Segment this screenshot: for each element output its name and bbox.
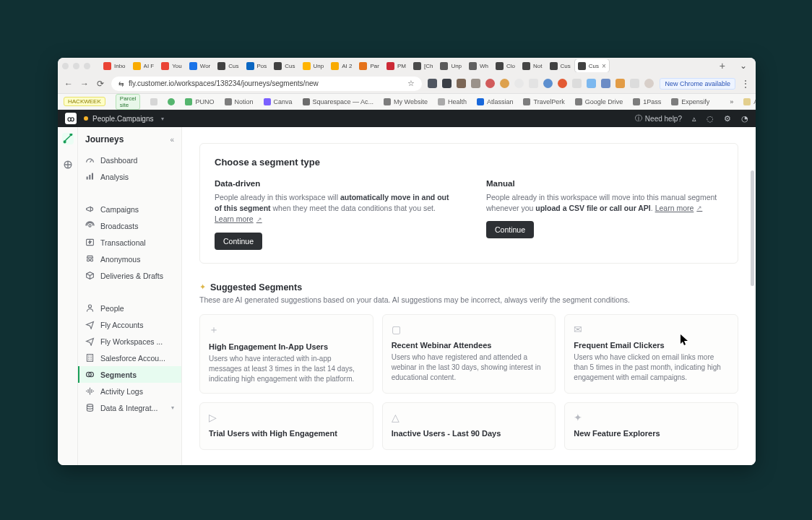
reload-button[interactable]: ⟳	[95, 79, 105, 89]
sidebar-item-segments[interactable]: Segments	[78, 366, 181, 383]
back-button[interactable]: ←	[64, 79, 74, 89]
scrollbar[interactable]	[751, 170, 754, 286]
bookmark-item[interactable]: Google Drive	[575, 98, 623, 105]
chat-icon[interactable]: ◌	[707, 114, 714, 124]
browser-tab[interactable]: Unp	[300, 59, 327, 72]
chrome-menu-button[interactable]: ⋮	[741, 79, 750, 89]
browser-tab[interactable]: Cus	[215, 59, 241, 72]
close-dot[interactable]	[62, 63, 69, 69]
extension-icon[interactable]	[529, 79, 538, 88]
tab-overflow-button[interactable]: ⌄	[735, 61, 751, 71]
sidebar-item-anonymous[interactable]: Anonymous	[78, 251, 181, 267]
bookmark-item[interactable]: Health	[438, 98, 467, 105]
sidebar-collapse-icon[interactable]: «	[170, 136, 174, 144]
extensions-menu-icon[interactable]	[630, 79, 639, 88]
bookmark-item[interactable]: PUNO	[185, 98, 214, 105]
browser-tab[interactable]: AI 2	[328, 59, 355, 72]
sidebar-item-people[interactable]: People	[78, 300, 181, 316]
extension-icon[interactable]	[514, 79, 524, 88]
suggested-tile[interactable]: ▷Trial Users with High Engagement	[199, 402, 373, 450]
bookmark-item[interactable]: Atlassian	[477, 98, 514, 105]
browser-tab[interactable]: Clo	[493, 59, 518, 72]
account-icon[interactable]: ◔	[741, 114, 748, 124]
extension-icon[interactable]	[572, 79, 582, 88]
extension-icon[interactable]	[485, 79, 495, 88]
browser-tab[interactable]: Cus×	[575, 59, 609, 72]
app-logo-icon[interactable]: ꝏ	[65, 113, 77, 124]
sidebar-item-deliveries-drafts[interactable]: Deliveries & Drafts	[78, 267, 181, 284]
notifications-icon[interactable]: ▵	[692, 114, 696, 124]
zoom-dot[interactable]	[84, 63, 90, 69]
bookmark-hackweek[interactable]: HACKWEEK	[64, 97, 105, 106]
continue-button-data-driven[interactable]: Continue	[215, 233, 262, 250]
sidebar-item-activity-logs[interactable]: Activity Logs	[78, 383, 181, 399]
extension-icon[interactable]	[616, 79, 625, 88]
bookmark-item[interactable]: My Website	[384, 98, 428, 105]
site-settings-icon[interactable]: ⇆	[118, 80, 124, 87]
browser-tab[interactable]: [Ch	[410, 59, 436, 72]
bookmarks-overflow[interactable]: »	[730, 98, 733, 105]
browser-tab[interactable]: Par	[356, 59, 381, 72]
extension-icon[interactable]	[442, 79, 452, 88]
bookmark-item[interactable]: Notion	[225, 98, 254, 105]
bookmark-item[interactable]: Expensify	[671, 98, 709, 105]
rail-other-icon[interactable]	[62, 159, 74, 170]
suggested-tile[interactable]: ＋High Engagement In-App UsersUsers who h…	[199, 314, 373, 394]
bookmark-apps[interactable]	[150, 98, 157, 105]
need-help-button[interactable]: ⓘ Need help?	[635, 113, 682, 124]
close-tab-icon[interactable]: ×	[602, 62, 606, 70]
extension-icon[interactable]	[457, 79, 466, 88]
bookmark-item[interactable]: 1Pass	[633, 98, 661, 105]
forward-button[interactable]: →	[79, 79, 90, 89]
sidebar-item-analysis[interactable]: Analysis	[78, 168, 181, 185]
browser-tab[interactable]: Pos	[243, 59, 270, 72]
suggested-tile[interactable]: △Inactive Users - Last 90 Days	[382, 402, 556, 450]
extension-icon[interactable]	[587, 79, 596, 88]
sidebar-item-transactional[interactable]: Transactional	[78, 234, 181, 251]
sidebar-item-dashboard[interactable]: Dashboard	[78, 152, 181, 168]
bookmark-item[interactable]: TravelPerk	[523, 98, 564, 105]
browser-tab[interactable]: Cus	[271, 59, 298, 72]
url-field[interactable]: ⇆ fly.customer.io/workspaces/138234/jour…	[111, 77, 422, 91]
bookmark-star-icon[interactable]: ☆	[407, 79, 415, 88]
browser-tab[interactable]: Wor	[186, 59, 214, 72]
sidebar-item-campaigns[interactable]: Campaigns	[78, 201, 181, 217]
rail-journeys-icon[interactable]	[62, 133, 74, 144]
extension-icon[interactable]	[558, 79, 567, 88]
chrome-update-pill[interactable]: New Chrome available	[660, 78, 735, 90]
profile-avatar-icon[interactable]	[644, 79, 654, 88]
workspace-switcher[interactable]: People.Campaigns ▾	[84, 115, 164, 123]
sidebar-item-fly-workspaces[interactable]: Fly Workspaces ...	[78, 333, 181, 350]
sidebar-item-salesforce-accou[interactable]: Salesforce Accou...	[78, 350, 181, 366]
suggested-tile[interactable]: ✉Frequent Email ClickersUsers who have c…	[564, 314, 738, 394]
learn-more-link[interactable]: Learn more↗	[655, 203, 703, 214]
sidebar-item-fly-accounts[interactable]: Fly Accounts	[78, 316, 181, 333]
minimize-dot[interactable]	[73, 63, 79, 69]
bookmark-item[interactable]: Canva	[264, 98, 293, 105]
new-tab-button[interactable]: +	[715, 60, 730, 72]
browser-tab[interactable]: Not	[519, 59, 545, 72]
browser-tab[interactable]: Wh	[466, 59, 491, 72]
browser-tab[interactable]: Inbo	[100, 59, 129, 72]
browser-tab[interactable]: PM	[384, 59, 409, 72]
extension-icon[interactable]	[543, 79, 553, 88]
extension-icon[interactable]	[471, 79, 480, 88]
sidebar-item-data-integrat[interactable]: Data & Integrat...▾	[78, 399, 181, 416]
suggested-tile[interactable]: ▢Recent Webinar AttendeesUsers who have …	[382, 314, 556, 394]
browser-tab[interactable]: AI F	[130, 59, 157, 72]
learn-more-link[interactable]: Learn more↗	[215, 214, 262, 225]
browser-tab[interactable]: Unp	[437, 59, 465, 72]
extension-icon[interactable]	[428, 79, 437, 88]
extension-icon[interactable]	[601, 79, 610, 88]
all-bookmarks[interactable]: All Bookmarks	[743, 98, 756, 105]
browser-tab[interactable]: Cus	[547, 59, 574, 72]
extension-icon[interactable]	[500, 79, 509, 88]
suggested-tile[interactable]: ✦New Feature Explorers	[564, 402, 738, 450]
settings-icon[interactable]: ⚙	[724, 114, 731, 124]
continue-button-manual[interactable]: Continue	[486, 221, 534, 238]
bookmark-item[interactable]	[168, 98, 175, 105]
browser-tab[interactable]: You	[158, 59, 185, 72]
bookmark-item[interactable]: Squarespace — Ac...	[303, 98, 374, 105]
sidebar-item-broadcasts[interactable]: Broadcasts	[78, 217, 181, 234]
bookmark-parcel[interactable]: Parcel site	[116, 94, 141, 110]
